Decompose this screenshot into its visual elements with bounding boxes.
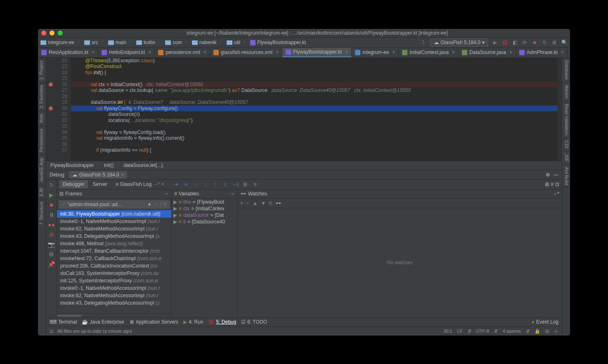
memory-icon[interactable]: ⊟ [545, 329, 549, 334]
tool-terminal[interactable]: ⌨Terminal [50, 319, 77, 325]
stack-frame[interactable]: invoke:43, DelegatingMethodAccessorImpl … [57, 232, 171, 240]
layout-icon[interactable]: ⊞ [545, 181, 549, 187]
filter-icon[interactable]: ▽ [163, 202, 167, 207]
copy-icon[interactable]: ⎘ [269, 200, 272, 206]
coverage-icon[interactable]: ◧ [511, 39, 518, 46]
line-number[interactable]: 32 [46, 117, 71, 124]
minimize-icon[interactable]: — [554, 172, 558, 178]
stop-icon[interactable]: ■ [531, 39, 538, 46]
settings-icon[interactable]: ⚙ [48, 251, 55, 258]
drop-frame-icon[interactable]: ⤹ [222, 181, 229, 188]
step-over-icon[interactable]: ⤼ [182, 181, 189, 188]
stack-frame[interactable]: invoke0:-1, NativeMethodAccessorImpl (su… [57, 218, 171, 225]
stack-frame[interactable]: proceed:206, CallbackInvocationContext (… [57, 262, 171, 270]
code-line[interactable] [71, 141, 558, 148]
up-icon[interactable]: ▲ [253, 200, 258, 206]
editor-tab[interactable]: persistence.xml× [155, 48, 210, 57]
thread-selector[interactable]: ✓ "admin-thread-pool::ad... ▾ ↑ ↓ ▽ [59, 200, 170, 209]
run-config-selector[interactable]: ☁ GlassFish 5.184.0 ▾ [430, 38, 488, 47]
stack-frame[interactable]: invoke0:-1, NativeMethodAccessorImpl (su… [57, 284, 171, 292]
hide-icon[interactable]: → [164, 191, 169, 197]
tool-window-tab[interactable]: 7: Structure [38, 199, 46, 228]
code-line[interactable]: val migrationInfo = flyway.info().curren… [71, 135, 558, 141]
stack-frame[interactable]: init:125, SystemInterceptorProxy (com.su… [57, 277, 171, 284]
tool-run[interactable]: ▶4: Run [183, 319, 203, 325]
breadcrumb-item[interactable]: nabenik [199, 40, 217, 45]
line-number[interactable]: 34 [46, 129, 71, 136]
stack-frame[interactable]: doCall:163, SystemInterceptorProxy (com.… [57, 270, 171, 277]
code-line[interactable] [71, 94, 558, 100]
code-line[interactable]: .locations( ...locations: "db/postgresql… [71, 117, 558, 124]
line-number[interactable]: 37 [46, 147, 71, 153]
code-line[interactable]: val flywayConfig = Flyway.configure() [71, 106, 558, 112]
variable-row[interactable]: ▶ ≡ ctx = {InitialContex [172, 205, 237, 212]
close-icon[interactable]: × [509, 49, 512, 55]
debug-session-tab[interactable]: ☁ GlassFish 5.184.0 × [69, 171, 128, 178]
tool-window-tab[interactable]: Bean Validation [562, 101, 570, 138]
inspector-icon[interactable]: ☺ [554, 329, 558, 334]
close-icon[interactable]: × [203, 49, 206, 55]
status-icon[interactable]: ⊡ [50, 329, 53, 334]
remove-watch-icon[interactable]: − [246, 200, 249, 206]
editor-tab[interactable]: RestApplication.kt× [38, 48, 98, 57]
line-number[interactable]: 27 [46, 87, 71, 94]
code-line[interactable] [71, 75, 558, 82]
stack-frame[interactable]: invoke:498, Method (java.lang.reflect) [57, 240, 171, 247]
code-line[interactable]: @PostConstruct [71, 63, 558, 70]
run-icon[interactable]: ▶ [492, 39, 498, 46]
tool-java-enterprise[interactable]: ☕Java Enterprise [82, 319, 124, 325]
code-area[interactable]: @Throws(EJBException::class) @PostConstr… [71, 58, 558, 161]
close-icon[interactable]: × [92, 49, 95, 55]
editor-tab[interactable]: DataSource.java× [459, 48, 516, 57]
line-number[interactable]: 28 [46, 94, 71, 100]
line-number[interactable]: 36 [46, 141, 71, 148]
breadcrumb-item[interactable]: main [116, 40, 126, 45]
debug-icon[interactable]: 🐞 [502, 39, 508, 46]
glasses-icon[interactable]: 👓 [275, 200, 282, 206]
nav-item[interactable]: FlywayBootstrapper [50, 162, 94, 168]
close-icon[interactable]: × [148, 49, 151, 55]
breadcrumb-item[interactable]: util [234, 40, 240, 45]
restore-layout-icon[interactable]: ≡ [551, 181, 554, 187]
code-line[interactable]: val dataSource = ctx.lookup( name: "java… [71, 87, 558, 94]
expand-icon[interactable]: ▶ [173, 219, 177, 225]
line-number[interactable]: 30 [46, 106, 71, 112]
breadcrumb-item[interactable]: src [92, 40, 98, 45]
scrollbar[interactable] [57, 313, 171, 317]
tool-window-tab[interactable]: JavaEE:App [38, 155, 46, 185]
expand-icon[interactable]: ▶ [173, 206, 177, 211]
editor-tab[interactable]: FlywayBootstrapper.kt× [282, 48, 352, 57]
vcs-icon[interactable]: ⊞ [551, 39, 558, 46]
encoding[interactable]: UTF-8 [476, 329, 489, 334]
down-icon[interactable]: ▼ [261, 200, 266, 206]
evaluate-icon[interactable]: ⊞ [241, 181, 249, 188]
close-icon[interactable] [41, 31, 46, 35]
stack-frame[interactable]: intercept:1047, BeanCallbackInterceptor … [57, 247, 171, 255]
pin-icon[interactable]: ⊡ [555, 181, 559, 187]
step-into-icon[interactable]: ↓ [192, 181, 199, 188]
pin-icon[interactable]: 📌 [48, 261, 55, 268]
code-line[interactable] [71, 123, 558, 129]
editor-tab[interactable]: InitialContext.java× [399, 48, 459, 57]
show-execution-point-icon[interactable]: ⇥ [172, 181, 180, 188]
force-step-into-icon[interactable]: ↓ [202, 181, 209, 188]
mute-breakpoints-icon[interactable]: ⊘ [48, 231, 55, 238]
close-icon[interactable]: × [121, 172, 124, 178]
pause-icon[interactable]: ⏸ [48, 211, 55, 218]
line-number[interactable]: 22 [46, 58, 71, 64]
stack-frame[interactable]: invokeNext:72, CallbackChainImpl (com.su… [57, 255, 171, 262]
update-icon[interactable]: ⎘ [541, 39, 548, 46]
step-out-icon[interactable]: ↑ [212, 181, 219, 188]
caret-position[interactable]: 30:1 [443, 329, 452, 334]
tool-window-tab[interactable]: Web [38, 111, 46, 125]
stack-frame[interactable]: invoke:43, DelegatingMethodAccessorImpl … [57, 299, 171, 307]
line-gutter[interactable]: 22232425262728293031323334353637 [46, 58, 71, 161]
nav-item[interactable]: init() [104, 162, 114, 168]
tool-window-tab[interactable]: EJB [38, 185, 46, 199]
hide-icon[interactable]: →* [552, 191, 559, 197]
gear-icon[interactable]: ⚙ [546, 172, 550, 178]
trace-icon[interactable]: ≡ [251, 181, 259, 188]
tool-window-tab[interactable]: Ant Build [562, 164, 570, 188]
tab-server[interactable]: Server [90, 180, 111, 188]
maximize-icon[interactable] [58, 31, 63, 35]
